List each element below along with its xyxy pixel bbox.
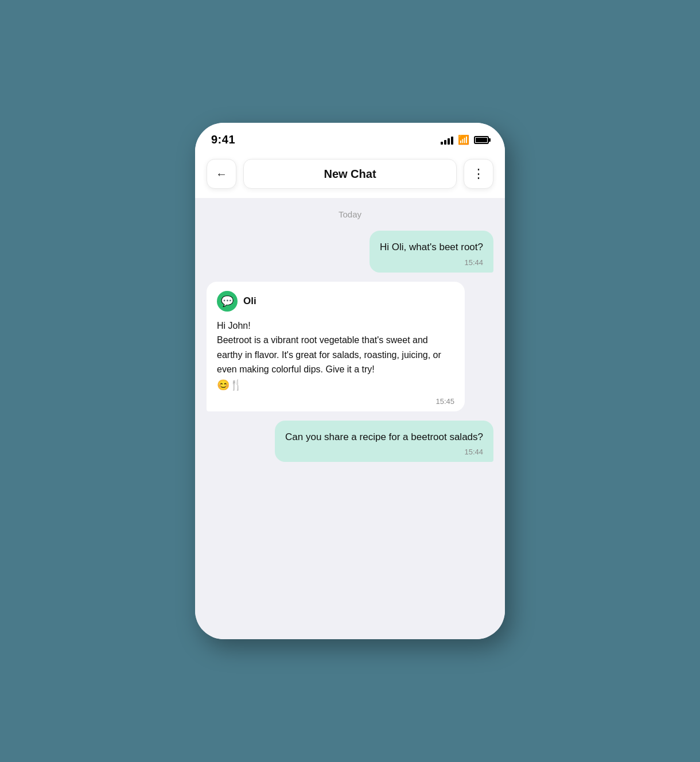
signal-icon: [441, 135, 453, 145]
status-time: 9:41: [211, 133, 235, 146]
header-title-box: New Chat: [243, 159, 457, 189]
date-label: Today: [207, 209, 493, 219]
more-options-button[interactable]: ⋮: [464, 159, 493, 189]
message-bot-1: 💬 Oli Hi John! Beetroot is a vibrant roo…: [207, 282, 465, 411]
wifi-icon: 📶: [458, 134, 469, 145]
message-text: Can you share a recipe for a beetroot sa…: [285, 430, 483, 445]
back-arrow-icon: ←: [216, 168, 227, 181]
bot-avatar: 💬: [217, 291, 238, 312]
message-text: Hi Oli, what's beet root?: [380, 240, 483, 255]
chat-area: Today Hi Oli, what's beet root? 15:44 💬 …: [195, 198, 505, 639]
message-time: 15:45: [217, 397, 454, 406]
more-options-icon: ⋮: [472, 168, 485, 180]
message-text: Hi John! Beetroot is a vibrant root vege…: [217, 318, 454, 394]
battery-icon: [474, 136, 489, 144]
header: ← New Chat ⋮: [195, 152, 505, 198]
message-user-2: Can you share a recipe for a beetroot sa…: [275, 421, 493, 462]
message-time: 15:44: [380, 258, 483, 267]
back-button[interactable]: ←: [207, 159, 236, 189]
message-time: 15:44: [285, 448, 483, 456]
chat-title: New Chat: [324, 168, 376, 181]
bot-message-header: 💬 Oli: [217, 291, 454, 312]
message-user-1: Hi Oli, what's beet root? 15:44: [370, 231, 493, 273]
status-bar: 9:41 📶: [195, 123, 505, 152]
bot-name: Oli: [243, 296, 256, 307]
bot-avatar-icon: 💬: [221, 295, 234, 308]
status-icons: 📶: [441, 134, 489, 145]
phone-frame: 9:41 📶 ← New Chat ⋮ Today Hi Oli, what's…: [195, 123, 505, 639]
message-emoji: 😊🍴: [217, 379, 242, 391]
